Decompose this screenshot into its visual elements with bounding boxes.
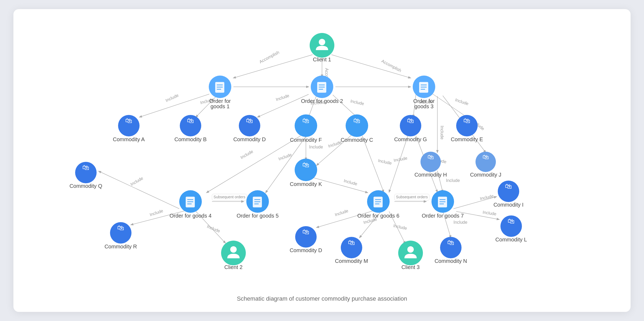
svg-text:Include: Include [328,140,342,148]
svg-text:🛍: 🛍 [125,117,132,125]
svg-text:🛍: 🛍 [508,217,515,225]
order2-label: Order for goods 2 [301,98,343,104]
order1-label2: goods 1 [210,103,229,109]
node-comE: 🛍 Commodity E [451,115,483,142]
svg-text:Commodity Q: Commodity Q [69,183,102,189]
node-comI: 🛍 Commodity I [493,181,524,208]
node-comA: 🛍 Commodity A [113,115,145,142]
svg-text:Order for goods 4: Order for goods 4 [170,213,212,219]
svg-text:Commodity G: Commodity G [394,136,427,142]
svg-point-164 [407,246,414,253]
order3-label2: goods 3 [414,103,433,109]
svg-text:Accomplish: Accomplish [258,50,280,64]
diagram-caption: Schematic diagram of customer commodity … [237,295,407,302]
svg-text:Include: Include [343,178,358,186]
node-comQ: 🛍 Commodity Q [69,162,102,189]
svg-text:🛍: 🛍 [187,117,194,125]
node-order6: Order for goods 6 [357,190,400,219]
diagram-container: Accomplish Accomplish Accomplish Include… [13,9,631,312]
node-client1: Client 1 [310,33,334,62]
svg-text:🛍: 🛍 [447,238,454,247]
svg-text:Order for goods 5: Order for goods 5 [237,213,279,219]
node-comH: 🛍 Commodity H [414,152,447,178]
diagram-svg: Accomplish Accomplish Accomplish Include… [13,9,631,312]
node-comR: 🛍 Commodity R [104,222,137,249]
svg-text:Commodity B: Commodity B [174,136,207,142]
client1-label: Client 1 [313,57,331,62]
node-order4: Order for goods 4 [170,190,212,219]
node-comK: 🛍 Commodity K [290,159,322,187]
svg-point-161 [230,246,237,253]
node-comM: 🛍 Commodity M [335,237,368,264]
svg-text:Include: Include [393,223,407,230]
svg-text:🛍: 🛍 [463,117,470,125]
svg-line-4 [331,55,411,78]
node-comD1: 🛍 Commodity D [233,115,266,142]
svg-text:Subsequent orders: Subsequent orders [214,195,245,199]
svg-text:🛍: 🛍 [348,238,355,247]
svg-text:🛍: 🛍 [505,182,512,190]
svg-line-26 [207,136,301,193]
svg-text:Include: Include [240,149,254,160]
svg-text:Include: Include [130,176,144,187]
svg-text:🛍: 🛍 [427,153,434,160]
svg-text:Accomplish: Accomplish [381,59,402,73]
svg-text:🛍: 🛍 [482,153,489,160]
node-comF: 🛍 Commodity F [290,114,322,143]
svg-text:Commodity K: Commodity K [290,181,322,187]
svg-text:Commodity E: Commodity E [451,136,483,142]
svg-text:Commodity D: Commodity D [233,136,266,142]
node-comJ: 🛍 Commodity J [470,152,502,178]
node-comL: 🛍 Commodity L [495,215,527,242]
svg-text:Include: Include [206,224,221,233]
diagram-card: Accomplish Accomplish Accomplish Include… [13,9,631,312]
svg-text:Subsequent orders: Subsequent orders [396,195,428,199]
svg-text:🛍: 🛍 [353,117,360,125]
svg-text:🛍: 🛍 [246,117,253,125]
svg-text:Commodity M: Commodity M [335,258,368,264]
svg-text:Order for goods 7: Order for goods 7 [422,213,464,219]
node-client3: Client 3 [398,241,423,270]
svg-text:Commodity D: Commodity D [290,247,322,253]
svg-text:Order for goods 6: Order for goods 6 [357,213,400,219]
svg-point-69 [319,39,325,45]
svg-text:Include: Include [309,145,323,149]
svg-text:Commodity R: Commodity R [104,244,137,249]
svg-text:Include: Include [393,156,408,163]
node-comG: 🛍 Commodity G [394,115,427,142]
svg-text:Client 2: Client 2 [224,264,243,270]
svg-text:Include: Include [165,93,179,103]
svg-text:🛍: 🛍 [302,228,309,236]
svg-text:Commodity J: Commodity J [470,172,502,178]
svg-text:Commodity A: Commodity A [113,136,145,142]
svg-text:Include: Include [278,152,292,161]
svg-text:🛍: 🛍 [302,117,309,125]
svg-text:Include: Include [350,99,364,106]
svg-text:🛍: 🛍 [302,161,309,169]
svg-point-160 [221,241,246,265]
svg-text:Include: Include [482,210,497,216]
node-order3: Order for goods 3 [413,76,435,109]
node-order2: Order for goods 2 [301,76,343,104]
svg-text:Commodity N: Commodity N [434,258,467,264]
svg-text:🛍: 🛍 [407,117,414,125]
svg-text:Commodity I: Commodity I [493,202,524,208]
svg-text:Include: Include [275,93,290,102]
svg-text:Include: Include [334,208,349,217]
node-order1: Order for goods 1 [209,76,231,109]
svg-text:Include: Include [455,98,469,106]
node-comD2: 🛍 Commodity D [290,226,322,253]
svg-text:Include: Include [453,220,467,225]
svg-text:Include: Include [378,158,392,165]
node-comC: 🛍 Commodity C [341,114,373,143]
order3-label: Order for [413,98,435,104]
node-comB: 🛍 Commodity B [174,115,207,142]
svg-line-0 [233,55,313,78]
order1-label: Order for [209,98,231,104]
svg-point-163 [398,241,423,265]
svg-text:Include: Include [440,126,444,140]
svg-text:Include: Include [480,194,494,201]
svg-text:Include: Include [446,178,460,183]
svg-line-32 [362,136,384,192]
svg-text:🛍: 🛍 [82,163,89,171]
